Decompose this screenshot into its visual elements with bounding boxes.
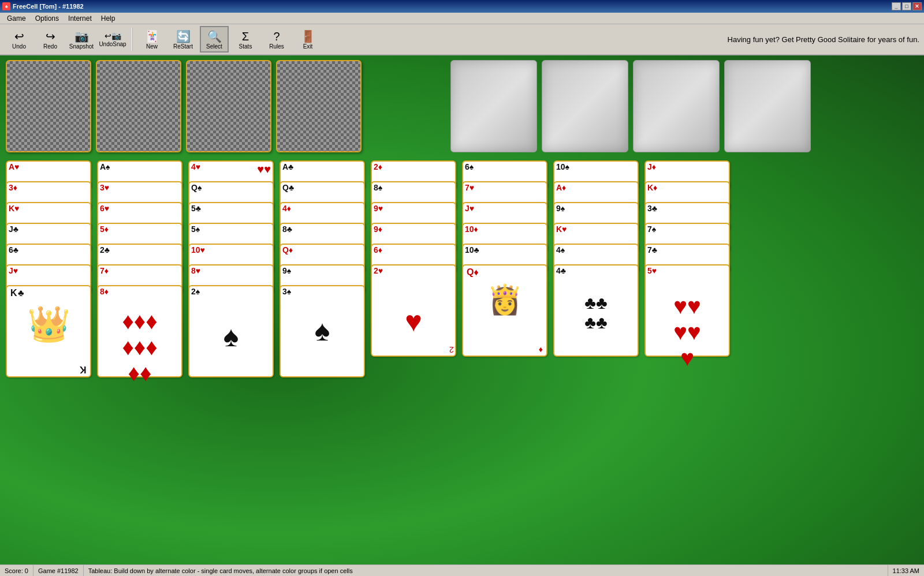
column-3[interactable]: 4♥ ♥♥ Q♠ 5♣ 5♠ 10♥ 8♥ 2♠ ♠: [188, 160, 275, 437]
foundations: [450, 60, 811, 152]
new-icon: 🃏: [145, 29, 159, 43]
column-5[interactable]: 2♦ 8♠ 9♥ 9♦ 6♦ 2♥ ♥ 2: [371, 160, 457, 437]
restart-icon: 🔄: [176, 29, 191, 43]
menu-help[interactable]: Help: [96, 13, 120, 24]
statusbar: Score: 0 Game #11982 Tableau: Build down…: [0, 564, 924, 576]
column-6[interactable]: 6♠ 7♥ J♥ 10♦ 10♣ Q♦ 👸 ♦: [462, 160, 549, 437]
status-time: 11:33 AM: [888, 567, 924, 574]
stats-label: Stats: [239, 43, 252, 50]
status-game: Game #11982: [33, 565, 84, 576]
close-button[interactable]: ✕: [912, 2, 922, 10]
minimize-button[interactable]: _: [892, 2, 901, 10]
titlebar-controls[interactable]: _ □ ✕: [892, 2, 922, 10]
toolbar: ↩ Undo ↪ Redo 📷 Snapshot ↩📷 UndoSnap 🃏 N…: [0, 24, 924, 55]
new-button[interactable]: 🃏 New: [137, 26, 166, 53]
undosnap-icon: ↩📷: [105, 31, 121, 41]
rules-icon: ?: [273, 29, 280, 43]
stats-icon: Σ: [242, 29, 249, 43]
card-qd-face[interactable]: Q♦ 👸 ♦: [462, 264, 547, 357]
undo-button[interactable]: ↩ Undo: [5, 26, 33, 53]
snapshot-button[interactable]: 📷 Snapshot: [67, 26, 96, 53]
freecell-3[interactable]: [186, 60, 271, 152]
undo-icon: ↩: [14, 29, 24, 43]
ad-banner: Having fun yet? Get Pretty Good Solitair…: [728, 35, 919, 44]
window-title: FreeCell [Tom] - #11982: [13, 3, 84, 10]
exit-label: Exit: [303, 43, 313, 50]
stats-button[interactable]: Σ Stats: [231, 26, 260, 53]
tableau: A♥ 3♦ K♥ J♣ 6♣ J♥ K ♣ 👑 K: [6, 160, 731, 437]
column-4[interactable]: A♣ Q♣ 4♦ 8♣ Q♦ 9♠ 3♠ ♠: [280, 160, 366, 437]
menu-options[interactable]: Options: [31, 13, 64, 24]
card-2h[interactable]: 2♥ ♥ 2: [371, 264, 456, 357]
foundation-4[interactable]: [724, 60, 811, 152]
menubar: Game Options Internet Help: [0, 13, 924, 24]
new-label: New: [146, 43, 158, 50]
free-cells: [6, 60, 362, 152]
select-label: Select: [206, 43, 222, 50]
column-2[interactable]: A♠ 3♥ 6♥ 5♦ 2♣ 7♦ 8♦ ♦♦♦♦♦♦♦♦: [97, 160, 184, 437]
card-2s[interactable]: 2♠ ♠: [188, 285, 274, 377]
menu-internet[interactable]: Internet: [64, 13, 96, 24]
column-1[interactable]: A♥ 3♦ K♥ J♣ 6♣ J♥ K ♣ 👑 K: [6, 160, 92, 437]
titlebar: ♣ FreeCell [Tom] - #11982 _ □ ✕: [0, 0, 924, 13]
foundation-1[interactable]: [450, 60, 537, 152]
select-icon: 🔍: [207, 29, 222, 43]
exit-icon: 🚪: [301, 29, 315, 43]
select-button[interactable]: 🔍 Select: [200, 26, 229, 53]
freecell-1[interactable]: [6, 60, 91, 152]
restart-button[interactable]: 🔄 ReStart: [169, 26, 198, 53]
foundation-2[interactable]: [542, 60, 628, 152]
rules-label: Rules: [269, 43, 284, 50]
rules-button[interactable]: ? Rules: [262, 26, 291, 53]
column-7[interactable]: 10♠ A♦ 9♠ K♥ 4♠ 4♣ ♣♣♣♣: [553, 160, 640, 437]
snapshot-icon: 📷: [74, 29, 89, 43]
toolbar-separator-1: [132, 28, 133, 51]
snapshot-label: Snapshot: [69, 43, 94, 50]
freecell-2[interactable]: [96, 60, 181, 152]
redo-button[interactable]: ↪ Redo: [36, 26, 65, 53]
titlebar-title: ♣ FreeCell [Tom] - #11982: [2, 2, 84, 10]
status-tableau: Tableau: Build down by alternate color -…: [84, 565, 888, 576]
status-score: Score: 0: [0, 565, 33, 576]
undosnap-button[interactable]: ↩📷 UndoSnap: [98, 26, 127, 53]
card-8d[interactable]: 8♦ ♦♦♦♦♦♦♦♦: [97, 285, 182, 377]
card-4c[interactable]: 4♣ ♣♣♣♣: [553, 264, 639, 357]
restart-label: ReStart: [173, 43, 193, 50]
freecell-4[interactable]: [276, 60, 362, 152]
foundation-3[interactable]: [633, 60, 720, 152]
exit-button[interactable]: 🚪 Exit: [293, 26, 322, 53]
redo-label: Redo: [43, 43, 57, 50]
redo-icon: ↪: [46, 29, 55, 43]
undosnap-label: UndoSnap: [99, 41, 126, 47]
maximize-button[interactable]: □: [902, 2, 911, 10]
column-8[interactable]: J♦ K♦ 3♣ 7♠ 7♣ 5♥ ♥♥♥♥♥: [644, 160, 731, 437]
game-area: A♥ 3♦ K♥ J♣ 6♣ J♥ K ♣ 👑 K: [0, 55, 924, 564]
card-3s[interactable]: 3♠ ♠: [280, 285, 365, 377]
card-5h[interactable]: 5♥ ♥♥♥♥♥: [644, 264, 730, 357]
menu-game[interactable]: Game: [2, 13, 31, 24]
card-kc[interactable]: K ♣ 👑 K: [6, 285, 91, 377]
app-icon: ♣: [2, 2, 10, 10]
undo-label: Undo: [12, 43, 26, 50]
